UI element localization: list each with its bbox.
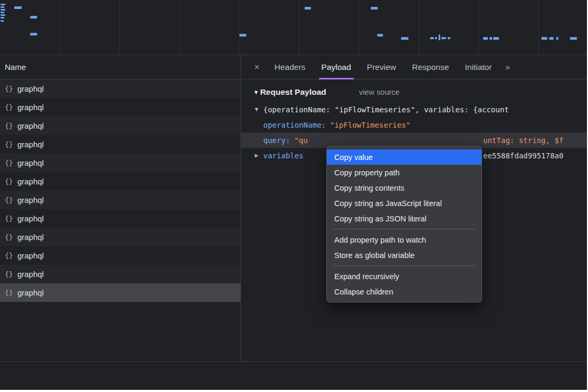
property-value-overflow: untTag: string, $f [483,136,564,145]
menu-item-copy-value[interactable]: Copy value [327,149,482,165]
request-name: graphql [17,270,44,279]
section-title: Request Payload [260,87,326,97]
request-name: graphql [17,195,44,204]
menu-item-collapse-children[interactable]: Collapse children [327,284,482,299]
network-activity-bar [1,9,5,11]
menu-item-copy-string-as-javascript-literal[interactable]: Copy string as JavaScript literal [327,195,482,211]
property-value: "ipFlowTimeseries" [330,121,411,129]
network-activity-bar [371,7,378,10]
more-tabs-chevron-icon[interactable]: » [500,62,515,73]
tree-row-root[interactable]: ▼ {operationName: "ipFlowTimeseries", va… [241,102,587,117]
request-name: graphql [17,158,44,167]
request-row[interactable]: {}graphql [0,98,240,117]
request-row[interactable]: {}graphql [0,265,240,283]
network-activity-bar [430,37,434,39]
network-activity-bar [1,4,5,5]
request-row[interactable]: {}graphql [0,246,240,265]
network-activity-bar [541,37,547,40]
request-row[interactable]: {}graphql [0,172,240,191]
section-disclosure-icon[interactable]: ▼ [253,89,259,95]
request-row[interactable]: {}graphql [0,154,240,172]
network-main-split: Name {}graphql{}graphql{}graphql{}graphq… [0,55,587,361]
tab-payload[interactable]: Payload [314,55,359,79]
devtools-window: Name {}graphql{}graphql{}graphql{}graphq… [0,0,587,390]
request-name: graphql [17,103,44,112]
fetch-braces-icon: {} [5,252,13,260]
root-object-preview: {operationName: "ipFlowTimeseries", vari… [263,105,509,114]
network-activity-bar [1,12,4,13]
tab-preview[interactable]: Preview [359,55,404,79]
network-activity-bar [439,34,440,40]
fetch-braces-icon: {} [5,140,13,148]
network-activity-bar [441,37,446,39]
tab-headers[interactable]: Headers [266,55,314,79]
request-name: graphql [17,140,44,149]
network-activity-bar [549,37,554,40]
network-activity-bar [401,37,408,40]
network-activity-bar [1,17,4,19]
network-activity-bar [493,37,499,40]
menu-item-add-property-path-to-watch[interactable]: Add property path to watch [327,232,482,247]
network-activity-bar [556,37,558,40]
menu-item-store-as-global-variable[interactable]: Store as global variable [327,247,482,263]
summary-footer [0,361,587,389]
request-row[interactable]: {}graphql [0,135,240,154]
request-name: graphql [17,288,44,297]
property-key: operationName: [263,121,326,129]
network-activity-bar [489,37,492,40]
request-row[interactable]: {}graphql [0,191,240,209]
context-menu: Copy valueCopy property pathCopy string … [326,146,482,302]
property-value-start: "qu [295,136,308,145]
network-activity-bar [14,6,22,9]
fetch-braces-icon: {} [5,122,13,130]
view-source-link[interactable]: view source [359,88,400,96]
network-activity-bar [1,14,5,16]
request-row[interactable]: {}graphql [0,228,240,246]
menu-item-copy-string-contents[interactable]: Copy string contents [327,180,482,195]
property-preview-overflow: ee5588fdad995178a0 [483,152,564,160]
tab-initiator[interactable]: Initiator [457,55,500,79]
menu-separator [333,229,475,229]
network-activity-bar [377,34,383,37]
network-activity-bar [570,37,577,40]
network-activity-bar [448,37,450,39]
tree-row-query-selected[interactable]: query: "qu untTag: string, $f [241,132,587,148]
close-icon[interactable]: × [247,62,266,73]
request-row[interactable]: {}graphql [0,79,240,98]
network-activity-bar [1,20,4,22]
menu-item-copy-property-path[interactable]: Copy property path [327,165,482,180]
network-activity-bar [305,7,311,10]
property-key: query: [263,136,290,145]
request-name: graphql [17,233,44,242]
request-row[interactable]: {}graphql [0,283,240,302]
fetch-braces-icon: {} [5,159,13,167]
menu-separator [333,265,475,266]
network-overview-timeline[interactable] [0,0,587,55]
network-activity-bar [483,37,488,40]
menu-item-copy-string-as-json-literal[interactable]: Copy string as JSON literal [327,211,482,226]
details-tabs: HeadersPayloadPreviewResponseInitiator [266,55,500,79]
fetch-braces-icon: {} [5,215,13,222]
request-list: {}graphql{}graphql{}graphql{}graphql{}gr… [0,79,240,361]
network-activity-bar [239,34,246,37]
request-payload-section-header: ▼ Request Payload view source [241,79,587,102]
tab-response[interactable]: Response [404,55,457,79]
fetch-braces-icon: {} [5,233,13,241]
fetch-braces-icon: {} [5,196,13,204]
request-list-panel: Name {}graphql{}graphql{}graphql{}graphq… [0,55,241,361]
collapsed-caret-icon[interactable]: ▶ [255,152,263,159]
tree-row-operation-name[interactable]: operationName: "ipFlowTimeseries" [241,117,587,132]
network-activity-bar [30,16,37,19]
request-row[interactable]: {}graphql [0,117,240,135]
name-column-header[interactable]: Name [0,55,240,79]
expand-caret-icon[interactable]: ▼ [255,106,263,113]
fetch-braces-icon: {} [5,270,13,278]
details-tab-bar: × HeadersPayloadPreviewResponseInitiator… [241,55,587,79]
request-name: graphql [17,121,44,130]
request-name: graphql [17,177,44,186]
network-activity-bar [30,33,37,35]
fetch-braces-icon: {} [5,103,13,111]
request-name: graphql [17,84,44,93]
menu-item-expand-recursively[interactable]: Expand recursively [327,269,482,284]
request-row[interactable]: {}graphql [0,209,240,228]
